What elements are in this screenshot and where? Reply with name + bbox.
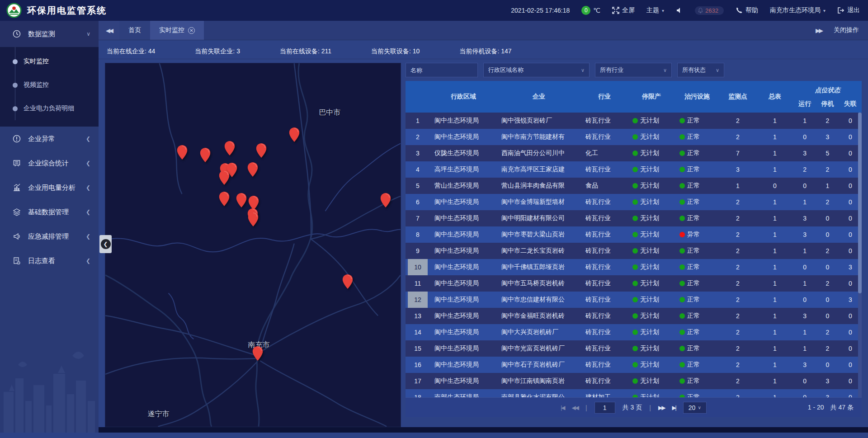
cell-limit-status: 无计划 xyxy=(628,161,675,178)
table-row-6[interactable]: 6阆中生态环境局阆中市金博瑞新型墙材砖瓦行业无计划正常21120 xyxy=(406,194,862,210)
table-row-16[interactable]: 16阆中生态环境局阆中市石子页岩机砖厂砖瓦行业无计划正常21300 xyxy=(406,357,862,373)
tabs-scroll-right-button[interactable]: ▶▶ xyxy=(816,27,822,34)
cell-points: 2 xyxy=(719,113,756,129)
map-collapse-button[interactable]: ❮ xyxy=(99,235,112,253)
cell-run: 1 xyxy=(793,275,816,292)
cell-region: 阆中生态环境局 xyxy=(430,210,497,226)
cell-stop: 0 xyxy=(816,210,839,226)
map-pin-14[interactable] xyxy=(381,193,391,207)
map-pin-2[interactable] xyxy=(224,141,235,155)
map-pin-13[interactable] xyxy=(248,212,259,226)
close-tab-icon[interactable]: ✕ xyxy=(188,27,195,34)
table-row-14[interactable]: 14阆中生态环境局阆中大兴页岩机砖厂砖瓦行业无计划正常21120 xyxy=(406,324,862,340)
table-row-8[interactable]: 8阆中生态环境局阆中市枣碧大梁山页岩砖瓦行业无计划异常21300 xyxy=(406,226,862,243)
cell-meters: 1 xyxy=(756,194,793,210)
map-panel[interactable]: 巴中市南充市遂宁市 ❮ xyxy=(105,63,401,427)
fullscreen-button[interactable]: 全屏 xyxy=(612,6,635,14)
tab-home[interactable]: 首页 xyxy=(119,21,150,40)
chevron-left-icon: ❮ xyxy=(86,233,90,240)
table-row-2[interactable]: 2阆中生态环境局阆中市南方节能建材有砖瓦行业无计划正常21030 xyxy=(406,129,862,145)
map-pin-16[interactable] xyxy=(252,346,263,361)
cell-meters: 1 xyxy=(756,308,793,324)
map-pin-11[interactable] xyxy=(219,192,229,206)
sidebar-group-6[interactable]: 日志查看❮ xyxy=(0,249,99,273)
status-dot-icon xyxy=(632,216,638,221)
name-input[interactable] xyxy=(410,67,473,74)
bell-icon xyxy=(698,8,703,14)
app-title: 环保用电监管系统 xyxy=(27,5,107,17)
col-6: 总表 xyxy=(756,81,793,113)
table-row-4[interactable]: 4高坪生态环境局南充市高坪区王家店建砖瓦行业无计划正常31220 xyxy=(406,161,862,178)
sidebar-item-实时监控[interactable]: 实时监控 xyxy=(0,50,99,73)
map-pin-9[interactable] xyxy=(236,193,247,207)
logout-button[interactable]: 退出 xyxy=(837,6,860,14)
tab-realtime-monitor[interactable]: 实时监控 ✕ xyxy=(150,21,204,40)
cell-points: 2 xyxy=(719,243,756,259)
stat-item-3: 当前失联设备: 10 xyxy=(371,47,420,56)
first-page-button[interactable]: |◀ xyxy=(561,405,564,411)
notifications-button[interactable]: 2632 xyxy=(695,6,724,15)
status-select[interactable]: 所有状态 ∨ xyxy=(677,63,724,77)
cell-limit-status: 无计划 xyxy=(628,194,675,210)
map-pin-1[interactable] xyxy=(200,148,210,162)
name-filter-input[interactable] xyxy=(406,63,478,77)
help-button[interactable]: 帮助 xyxy=(736,6,758,14)
sidebar-group-3[interactable]: 企业用电量分析❮ xyxy=(0,175,99,200)
cell-index: 7 xyxy=(406,210,430,226)
cell-company: 阆中市忠信建材有限公 xyxy=(497,292,581,308)
table-row-12[interactable]: 12阆中生态环境局阆中市忠信建材有限公砖瓦行业无计划正常21003 xyxy=(406,292,862,308)
table-row-3[interactable]: 3仪陇生态环境局西南油气田分公司川中化工无计划正常71350 xyxy=(406,145,862,161)
cell-index: 4 xyxy=(406,161,430,178)
cell-region: 阆中生态环境局 xyxy=(430,324,497,340)
cell-industry: 砖瓦行业 xyxy=(581,373,628,389)
map-pin-15[interactable] xyxy=(343,274,353,289)
cell-industry: 砖瓦行业 xyxy=(581,129,628,145)
table-row-1[interactable]: 1阆中生态环境局阆中强锐页岩砖厂砖瓦行业无计划正常21120 xyxy=(406,113,862,129)
status-dot-icon xyxy=(632,167,638,172)
cell-points: 2 xyxy=(719,324,756,340)
map-pin-4[interactable] xyxy=(289,127,299,142)
cell-facility-status: 正常 xyxy=(675,357,719,373)
table-scrollbar[interactable] xyxy=(858,113,862,397)
cell-facility-status: 正常 xyxy=(675,340,719,357)
table-row-9[interactable]: 9阆中生态环境局阆中市二龙长宝页岩砖砖瓦行业无计划正常21120 xyxy=(406,243,862,259)
org-dropdown[interactable]: 南充市生态环境局▾ xyxy=(770,6,826,14)
page-number-input[interactable]: 1 xyxy=(594,402,615,414)
table-row-18[interactable]: 18南部生态环境局南部县雅化水泥有限公建材加工无计划正常21030 xyxy=(406,389,862,397)
table-row-10[interactable]: 10阆中生态环境局阆中千佛镇五郎垭页岩砖瓦行业无计划正常21003 xyxy=(406,259,862,275)
table-row-17[interactable]: 17阆中生态环境局阆中市江南镇阆南页岩砖瓦行业无计划正常21030 xyxy=(406,373,862,389)
cell-region: 阆中生态环境局 xyxy=(430,113,497,129)
industry-select[interactable]: 所有行业 ∨ xyxy=(595,63,672,77)
table-row-15[interactable]: 15阆中生态环境局阆中市光富页岩机砖厂砖瓦行业无计划正常21120 xyxy=(406,340,862,357)
prev-page-button[interactable]: ◀◀ xyxy=(572,405,578,411)
region-select[interactable]: 行政区域名称 ∨ xyxy=(483,63,590,77)
table-row-5[interactable]: 5营山生态环境局营山县润丰肉食品有限食品无计划正常10010 xyxy=(406,178,862,194)
tabs-scroll-left-button[interactable]: ◀◀ xyxy=(99,21,119,40)
close-operations-button[interactable]: 关闭操作 xyxy=(834,26,859,34)
sidebar-group-2[interactable]: 企业综合统计❮ xyxy=(0,151,99,175)
sidebar-group-4[interactable]: 基础数据管理❮ xyxy=(0,200,99,224)
sidebar-group-1[interactable]: 企业异常❮ xyxy=(0,127,99,151)
table-row-13[interactable]: 13阆中生态环境局阆中市金福旺页岩机砖砖瓦行业无计划正常21300 xyxy=(406,308,862,324)
map-pin-7[interactable] xyxy=(247,162,258,177)
map-pin-0[interactable] xyxy=(177,145,187,160)
cell-meters: 1 xyxy=(756,210,793,226)
theme-dropdown[interactable]: 主题▾ xyxy=(646,6,664,14)
sidebar-group-0[interactable]: 数据监测∨ xyxy=(0,21,99,47)
sidebar-item-视频监控[interactable]: 视频监控 xyxy=(0,73,99,97)
next-page-button[interactable]: ▶▶ xyxy=(658,405,665,411)
subcol-1: 停机 xyxy=(816,95,839,113)
sidebar-group-5[interactable]: 应急减排管理❮ xyxy=(0,224,99,249)
map-pin-3[interactable] xyxy=(256,143,266,158)
cell-points: 2 xyxy=(719,357,756,373)
table-row-11[interactable]: 11阆中生态环境局阆中市五马桥页岩机砖砖瓦行业无计划正常21120 xyxy=(406,275,862,292)
map-pin-8[interactable] xyxy=(219,170,229,185)
page-size-select[interactable]: 20 ∨ xyxy=(683,402,707,414)
table-row-7[interactable]: 7阆中生态环境局阆中明阳建材有限公司砖瓦行业无计划正常21300 xyxy=(406,210,862,226)
mute-button[interactable] xyxy=(676,7,683,14)
status-dot-icon xyxy=(679,264,685,270)
cell-points: 2 xyxy=(719,275,756,292)
sidebar-item-企业电力负荷明细[interactable]: 企业电力负荷明细 xyxy=(0,97,99,120)
last-page-button[interactable]: ▶| xyxy=(672,405,675,411)
layers-icon xyxy=(13,208,21,216)
